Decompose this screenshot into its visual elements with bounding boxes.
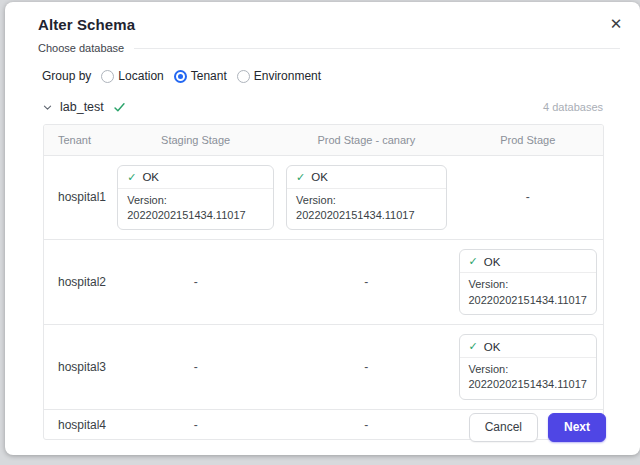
status-text: OK — [484, 256, 501, 268]
version-value: 20220202151434.11017 — [469, 377, 588, 392]
check-icon — [113, 101, 126, 114]
status-card-body: Version:20220202151434.11017 — [460, 358, 597, 399]
alter-schema-modal: Alter Schema ✕ Choose database Group by … — [5, 2, 640, 455]
column-header: Prod Stage - canary — [280, 125, 452, 155]
status-card[interactable]: ✓OKVersion:20220202151434.11017 — [117, 165, 274, 231]
version-label: Version: — [469, 277, 588, 292]
status-card[interactable]: ✓OKVersion:20220202151434.11017 — [286, 165, 446, 231]
empty-stage-cell: - — [111, 325, 280, 410]
databases-table: TenantStaging StageProd Stage - canaryPr… — [43, 124, 604, 440]
check-icon: ✓ — [469, 255, 478, 268]
tenant-name: hospital2 — [44, 240, 111, 325]
radio-option-location[interactable]: Location — [101, 69, 163, 83]
tenant-name: hospital1 — [44, 155, 111, 240]
stage-cell: ✓OKVersion:20220202151434.11017 — [111, 155, 280, 240]
empty-stage-cell: - — [280, 409, 452, 439]
tenant-name: hospital4 — [44, 409, 111, 439]
column-header: Prod Stage — [453, 125, 604, 155]
status-card-body: Version:20220202151434.11017 — [287, 189, 445, 230]
close-button[interactable]: ✕ — [604, 12, 628, 36]
version-label: Version: — [127, 193, 264, 208]
subtitle-row: Choose database — [38, 42, 620, 54]
radio-icon[interactable] — [174, 70, 187, 83]
version-value: 20220202151434.11017 — [127, 208, 264, 223]
status-card-header: ✓OK — [460, 335, 597, 358]
status-card-header: ✓OK — [287, 166, 445, 189]
radio-icon[interactable] — [101, 70, 114, 83]
status-text: OK — [484, 341, 501, 353]
group-by-radio-group: LocationTenantEnvironment — [101, 69, 321, 83]
version-value: 20220202151434.11017 — [469, 293, 588, 308]
modal-footer: Cancel Next — [469, 413, 606, 442]
status-card-body: Version:20220202151434.11017 — [118, 189, 273, 230]
database-count-label: 4 databases — [543, 101, 603, 113]
chevron-down-icon[interactable] — [42, 102, 53, 113]
table-row: hospital2--✓OKVersion:20220202151434.110… — [44, 240, 603, 325]
radio-option-environment[interactable]: Environment — [237, 69, 321, 83]
radio-label: Environment — [254, 69, 321, 83]
check-icon: ✓ — [127, 171, 136, 184]
status-text: OK — [311, 171, 328, 183]
modal-subtitle: Choose database — [38, 42, 124, 54]
group-by-row: Group by LocationTenantEnvironment — [42, 69, 640, 83]
status-card-header: ✓OK — [460, 250, 597, 273]
close-icon: ✕ — [610, 15, 623, 32]
check-icon: ✓ — [469, 340, 478, 353]
table-header-row: TenantStaging StageProd Stage - canaryPr… — [44, 125, 603, 155]
empty-stage-cell: - — [453, 155, 604, 240]
stage-cell: ✓OKVersion:20220202151434.11017 — [453, 325, 604, 410]
version-value: 20220202151434.11017 — [296, 208, 436, 223]
modal-header: Alter Schema ✕ — [5, 2, 640, 33]
table-row: hospital3--✓OKVersion:20220202151434.110… — [44, 325, 603, 410]
radio-label: Tenant — [191, 69, 227, 83]
stage-cell: ✓OKVersion:20220202151434.11017 — [280, 155, 452, 240]
column-header: Tenant — [44, 125, 111, 155]
tenant-name: hospital3 — [44, 325, 111, 410]
empty-stage-cell: - — [111, 240, 280, 325]
database-group-row: lab_test 4 databases — [42, 100, 603, 114]
status-card-header: ✓OK — [118, 166, 273, 189]
table-row: hospital1✓OKVersion:20220202151434.11017… — [44, 155, 603, 240]
version-label: Version: — [469, 362, 588, 377]
check-icon: ✓ — [296, 171, 305, 184]
group-by-label: Group by — [42, 69, 91, 83]
modal-title: Alter Schema — [38, 16, 620, 33]
status-card[interactable]: ✓OKVersion:20220202151434.11017 — [459, 334, 598, 400]
status-card[interactable]: ✓OKVersion:20220202151434.11017 — [459, 249, 598, 315]
radio-icon[interactable] — [237, 70, 250, 83]
status-card-body: Version:20220202151434.11017 — [460, 273, 597, 314]
status-text: OK — [142, 171, 159, 183]
subtitle-divider — [134, 48, 620, 49]
radio-option-tenant[interactable]: Tenant — [174, 69, 227, 83]
empty-stage-cell: - — [280, 240, 452, 325]
empty-stage-cell: - — [280, 325, 452, 410]
empty-stage-cell: - — [111, 409, 280, 439]
radio-label: Location — [118, 69, 163, 83]
version-label: Version: — [296, 193, 436, 208]
stage-cell: ✓OKVersion:20220202151434.11017 — [453, 240, 604, 325]
database-group-name[interactable]: lab_test — [60, 100, 104, 114]
next-button[interactable]: Next — [548, 413, 606, 442]
cancel-button[interactable]: Cancel — [469, 413, 538, 442]
column-header: Staging Stage — [111, 125, 280, 155]
